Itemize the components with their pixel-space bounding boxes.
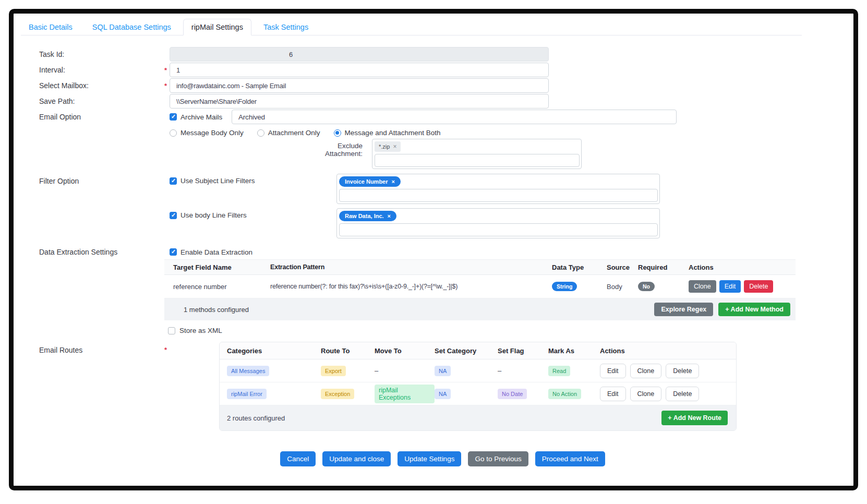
settings-window: Basic Details SQL Database Settings ripM… [9, 9, 858, 490]
tab-task-settings[interactable]: Task Settings [256, 19, 316, 35]
radio-message-and-attachment-both[interactable]: Message and Attachment Both [334, 129, 441, 137]
mailbox-row: Select Mailbox: * [39, 78, 846, 93]
required-asterisk: * [164, 82, 170, 90]
remove-tag-icon[interactable] [393, 143, 396, 150]
body-filter-tag-pill: Raw Data, Inc. [339, 211, 396, 221]
add-new-route-button[interactable]: + Add New Route [661, 411, 728, 425]
store-as-xml-checkbox[interactable] [168, 327, 175, 334]
route-to-badge: Export [321, 366, 346, 376]
route-to-badge: Exception [321, 389, 354, 399]
archive-mails-checkbox-group[interactable]: Archive Mails [170, 113, 224, 121]
explore-regex-button[interactable]: Explore Regex [654, 303, 713, 316]
col-actions: Actions [689, 263, 796, 271]
subject-filter-tag-pill: Invoice Number [339, 176, 401, 187]
edit-route-button[interactable]: Edit [600, 364, 626, 378]
task-id-input [170, 47, 549, 62]
cancel-button[interactable]: Cancel [280, 451, 316, 466]
interval-input[interactable] [170, 63, 549, 77]
save-path-input[interactable] [170, 94, 549, 109]
body-filter-checkbox-group[interactable]: Use body Line Filters [170, 208, 336, 219]
subject-filter-checkbox[interactable] [170, 177, 177, 185]
enable-extraction-checkbox[interactable] [170, 248, 177, 256]
enable-extraction-checkbox-group[interactable]: Enable Data Extraction [170, 248, 252, 256]
archive-folder-input[interactable] [232, 110, 677, 124]
delete-route-button[interactable]: Delete [666, 387, 699, 401]
methods-configured-text: 1 methods configured [184, 306, 249, 314]
subject-filter-input[interactable] [339, 189, 658, 202]
mark-as-badge: Read [548, 366, 570, 376]
task-id-row: Task Id: [39, 47, 846, 62]
update-settings-button[interactable]: Update Settings [398, 451, 461, 466]
email-option-label: Email Option [39, 110, 164, 121]
radio-attachment-only[interactable]: Attachment Only [257, 129, 320, 137]
archive-mails-checkbox[interactable] [170, 113, 177, 121]
filter-option-label: Filter Option [39, 174, 164, 185]
set-category-badge: NA [435, 389, 451, 399]
route-row: ripMail Error Exception ripMail Exceptio… [220, 382, 736, 405]
tab-sql-database-settings[interactable]: SQL Database Settings [85, 19, 179, 35]
edit-method-button[interactable]: Edit [719, 280, 741, 293]
delete-route-button[interactable]: Delete [666, 364, 699, 378]
tab-ripmail-settings[interactable]: ripMail Settings [183, 19, 251, 35]
remove-tag-icon[interactable] [388, 213, 391, 219]
body-filter-tagbox[interactable]: Raw Data, Inc. [336, 208, 660, 238]
add-new-method-button[interactable]: + Add New Method [718, 303, 790, 316]
set-category-badge: NA [435, 366, 451, 376]
subject-filter-tagbox[interactable]: Invoice Number [336, 174, 660, 204]
move-to-badge: ripMail Exceptions [375, 385, 435, 403]
update-and-close-button[interactable]: Update and close [322, 451, 391, 466]
exclude-tag-text: *.zip [379, 143, 390, 150]
proceed-and-next-button[interactable]: Proceed and Next [535, 451, 605, 466]
bottom-action-bar: Cancel Update and close Update Settings … [39, 451, 846, 466]
store-as-xml-group[interactable]: Store as XML [168, 327, 846, 334]
radio-message-body-only[interactable]: Message Body Only [170, 129, 244, 137]
subject-filter-label: Use Subject Line Filters [180, 177, 255, 185]
radio-icon[interactable] [257, 129, 264, 137]
clone-route-button[interactable]: Clone [630, 364, 662, 378]
col-target-field-name: Target Field Name [164, 263, 270, 271]
delete-method-button[interactable]: Delete [744, 280, 773, 293]
body-filter-checkbox[interactable] [170, 212, 177, 219]
exclude-attachment-label: Exclude Attachment: [303, 142, 363, 158]
subject-filter-checkbox-group[interactable]: Use Subject Line Filters [170, 174, 336, 185]
data-extraction-row: Data Extraction Settings Enable Data Ext… [39, 247, 846, 257]
extraction-table-header: Target Field Name Extraction Pattern Dat… [164, 259, 796, 275]
radio-attachment-only-label: Attachment Only [268, 129, 320, 137]
archive-mails-label: Archive Mails [180, 113, 222, 121]
tab-basic-details[interactable]: Basic Details [21, 19, 80, 35]
radio-icon[interactable] [170, 129, 177, 137]
email-content-radio-row: Message Body Only Attachment Only Messag… [39, 126, 846, 137]
col-extraction-pattern: Extraction Pattern [270, 263, 552, 271]
remove-tag-icon[interactable] [392, 178, 395, 185]
col-data-type: Data Type [552, 263, 607, 271]
edit-route-button[interactable]: Edit [600, 387, 626, 401]
exclude-attachment-row: Exclude Attachment: *.zip [39, 139, 846, 169]
clone-route-button[interactable]: Clone [630, 387, 662, 401]
data-type-badge: String [552, 282, 577, 291]
body-filter-input[interactable] [339, 223, 658, 236]
interval-label: Interval: [39, 66, 164, 74]
category-badge: All Messages [227, 366, 269, 376]
subject-tag-text: Invoice Number [345, 178, 388, 185]
save-path-label: Save Path: [39, 97, 164, 105]
mailbox-select[interactable] [170, 78, 549, 93]
routes-table-footer: 2 routes configured + Add New Route [220, 405, 736, 430]
body-tag-text: Raw Data, Inc. [345, 213, 384, 219]
exclude-attachment-tagbox[interactable]: *.zip [372, 139, 582, 169]
routes-configured-text: 2 routes configured [227, 414, 285, 422]
source-value: Body [607, 283, 638, 291]
exclude-attachment-input[interactable] [375, 154, 580, 167]
move-to-value: – [375, 367, 378, 375]
col-source: Source [607, 263, 638, 271]
extraction-table-row: reference number reference number(?: for… [164, 275, 796, 298]
email-routes-table: Categories Route To Move To Set Category… [219, 342, 737, 431]
radio-both-label: Message and Attachment Both [345, 129, 441, 137]
extraction-table-footer: 1 methods configured Explore Regex + Add… [164, 298, 796, 320]
radio-selected-icon[interactable] [334, 129, 341, 137]
col-set-flag: Set Flag [498, 347, 548, 355]
go-to-previous-button[interactable]: Go to Previous [468, 451, 528, 466]
col-actions: Actions [600, 347, 736, 355]
clone-method-button[interactable]: Clone [689, 280, 716, 293]
required-asterisk: * [164, 342, 170, 354]
save-path-row: Save Path: [39, 94, 846, 109]
